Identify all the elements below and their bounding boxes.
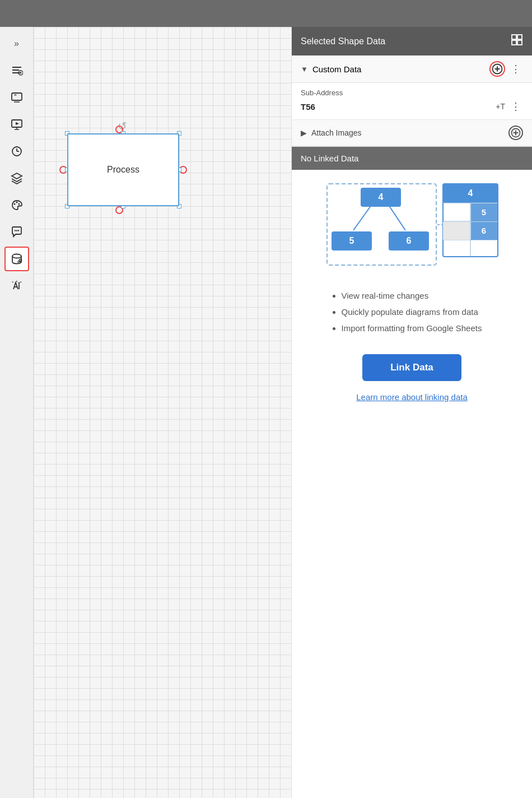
svg-rect-56 [443,222,470,240]
feature-list: View real-time changes Quickly populate … [328,290,496,338]
sub-address-label: Sub-Address [301,89,523,97]
diagram-svg: 4 5 6 [323,181,502,271]
svg-line-40 [353,207,370,230]
sub-address-row: Sub-Address T56 +T ⋮ [292,83,532,120]
linked-data-title: No Linked Data [301,154,358,163]
comment-icon [11,226,23,238]
canvas-area[interactable]: ↺ Process [34,27,291,798]
svg-point-20 [14,230,15,231]
grid-view-button[interactable] [511,34,523,49]
attach-images-section[interactable]: ▶ Attach Images [292,120,532,146]
type-button[interactable]: +T [496,102,505,111]
svg-text:5: 5 [349,236,354,245]
process-label: Process [107,165,139,175]
main-area: ↺ Process » [0,27,532,798]
top-bar [0,0,532,27]
process-shape[interactable]: ↺ Process [50,117,196,229]
svg-point-18 [16,202,17,203]
svg-rect-6 [12,93,22,100]
linked-data-content: 4 5 6 [292,170,532,798]
linked-data-section: No Linked Data 4 [292,147,532,798]
svg-text:6: 6 [481,226,486,235]
svg-marker-16 [12,173,22,179]
add-icon [492,63,503,75]
add-image-button[interactable] [508,126,523,140]
svg-rect-28 [517,35,522,39]
svg-text:": " [14,94,17,100]
custom-data-section: ▼ Custom Data ⋮ Sub-Address [292,55,532,147]
svg-point-22 [17,230,18,231]
layers-icon-button[interactable] [4,166,29,191]
present-icon [11,118,23,131]
custom-data-label: Custom Data [312,64,362,74]
svg-text:5: 5 [481,207,486,217]
quote-icon-button[interactable]: " [4,85,29,110]
history-icon-button[interactable] [4,139,29,164]
history-icon [11,145,23,157]
present-icon-button[interactable] [4,112,29,137]
linked-data-header: No Linked Data [292,147,532,170]
custom-data-menu-button[interactable]: ⋮ [508,62,523,76]
svg-rect-2 [12,72,20,73]
svg-text:4: 4 [378,192,383,202]
layers-icon [11,172,23,184]
quote-icon: " [11,91,23,104]
svg-line-41 [390,207,405,230]
feature-item-2: Quickly populate diagrams from data [342,306,496,318]
style-icon [11,199,23,211]
svg-text:4: 4 [468,188,473,198]
format-icon-button[interactable] [4,58,29,83]
icon-sidebar: » " [0,27,34,798]
data-link-icon-button[interactable] [4,247,29,271]
panel-title: Selected Shape Data [301,36,385,47]
diagram-illustration: 4 5 6 [323,181,502,276]
data-link-icon [11,253,23,265]
svg-rect-27 [512,35,516,39]
svg-point-17 [13,203,15,205]
panel-header: Selected Shape Data [292,27,532,55]
learn-more-link[interactable]: Learn more about linking data [356,392,467,402]
add-image-icon [511,128,521,138]
svg-rect-30 [517,40,522,45]
right-sidebar: Selected Shape Data ▼ Custom Data [291,27,532,798]
ai-icon-button[interactable] [4,273,29,298]
ai-icon [11,280,23,292]
svg-rect-1 [12,69,19,71]
comment-icon-button[interactable] [4,220,29,244]
grid-icon [511,34,523,46]
svg-marker-10 [16,122,19,125]
link-data-button[interactable]: Link Data [362,354,461,381]
svg-point-19 [18,203,20,205]
collapse-sidebar-button[interactable]: » [4,31,29,56]
svg-rect-0 [12,67,21,68]
process-box[interactable]: Process [67,133,179,206]
feature-item-3: Import formatting from Google Sheets [342,322,496,334]
style-icon-button[interactable] [4,193,29,217]
attach-images-label: Attach Images [311,128,362,137]
sub-address-value: T56 [301,102,315,112]
sub-address-menu-button[interactable]: ⋮ [508,99,523,114]
section-collapse-chevron: ▼ [301,65,308,73]
svg-text:6: 6 [406,236,411,245]
svg-rect-29 [512,40,516,45]
custom-data-header: ▼ Custom Data ⋮ [292,55,532,83]
feature-item-1: View real-time changes [342,290,496,301]
svg-point-21 [16,230,17,231]
svg-point-26 [18,282,20,284]
svg-point-23 [12,254,21,258]
format-icon [11,64,23,77]
attach-chevron-icon: ▶ [301,128,307,137]
add-data-button[interactable] [489,61,505,77]
